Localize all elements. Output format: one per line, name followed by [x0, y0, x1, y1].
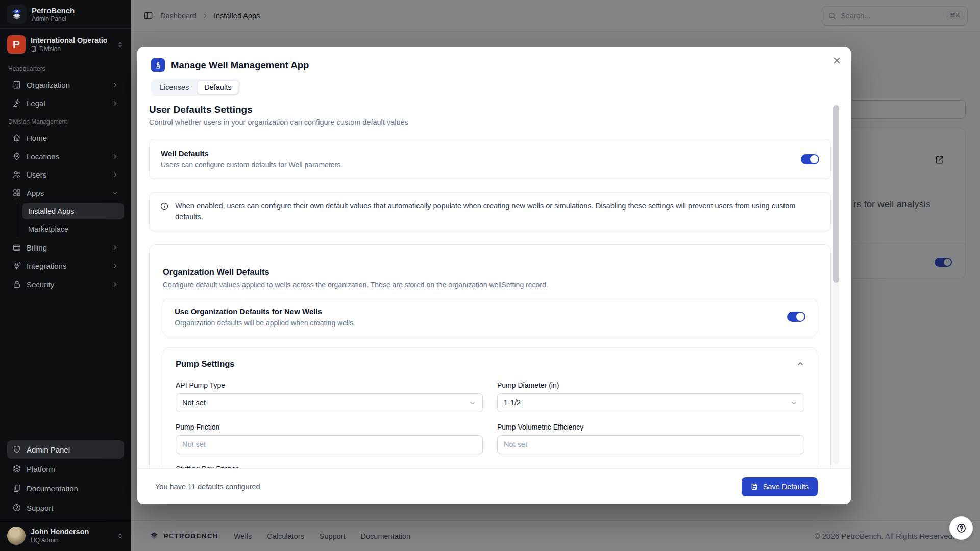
grid-icon [12, 188, 21, 197]
sidebar-item-documentation[interactable]: Documentation [7, 479, 124, 497]
building-icon [12, 80, 21, 89]
sidebar-item-admin-panel[interactable]: Admin Panel [7, 440, 124, 459]
pump-volumetric-efficiency-input[interactable] [497, 435, 804, 454]
chevron-right-icon [111, 81, 119, 89]
chevron-right-icon [111, 244, 119, 252]
sidebar-item-home[interactable]: Home [7, 129, 124, 147]
org-name: International Operatio [31, 36, 107, 44]
sidebar-item-label: Security [27, 280, 54, 289]
chevron-right-icon [111, 171, 119, 179]
wallet-icon [12, 243, 21, 252]
app-name: PetroBench [32, 6, 75, 15]
sidebar-item-label: Documentation [27, 484, 78, 493]
sidebar-item-marketplace[interactable]: Marketplace [22, 221, 124, 237]
pump-settings-grid: API Pump Type Not set Pump Diameter (in)… [174, 381, 806, 469]
close-icon[interactable] [832, 56, 841, 65]
chevron-down-icon [469, 399, 476, 407]
well-defaults-card: Well Defaults Users can configure custom… [149, 139, 831, 179]
org-switcher[interactable]: P International Operatio Division [0, 29, 131, 58]
sidebar-item-label: Legal [27, 99, 45, 108]
dialog-title: Manage Well Management App [171, 60, 309, 71]
tab-licenses[interactable]: Licenses [153, 80, 196, 94]
info-note: When enabled, users can configure their … [149, 192, 831, 231]
home-icon [12, 133, 21, 142]
gavel-icon [12, 98, 21, 108]
sidebar-item-label: Support [27, 504, 54, 512]
sidebar-item-label: Locations [27, 152, 59, 161]
lock-icon [12, 280, 21, 289]
sidebar-item-label: Billing [27, 243, 47, 252]
map-pin-icon [12, 152, 21, 161]
sidebar-item-label: Admin Panel [27, 445, 70, 454]
pages-icon [12, 484, 21, 493]
sidebar-item-label: Users [27, 170, 46, 179]
layers-icon [12, 464, 21, 473]
pump-friction-input[interactable] [176, 435, 483, 454]
sidebar-item-users[interactable]: Users [7, 165, 124, 184]
sidebar-item-installed-apps[interactable]: Installed Apps [22, 203, 124, 219]
tab-defaults[interactable]: Defaults [197, 80, 238, 94]
sidebar-item-integrations[interactable]: Integrations [7, 257, 124, 275]
app-subtitle: Admin Panel [32, 15, 75, 22]
field-pump-volumetric-efficiency: Pump Volumetric Efficiency [497, 423, 804, 454]
use-org-defaults-title: Use Organization Defaults for New Wells [175, 307, 353, 316]
manage-app-dialog: Manage Well Management App Licenses Defa… [137, 47, 851, 504]
sidebar-item-security[interactable]: Security [7, 275, 124, 293]
use-org-defaults-toggle[interactable] [787, 312, 805, 322]
organization-defaults-card: Organization Well Defaults Configure def… [149, 244, 831, 469]
chevron-right-icon [111, 153, 119, 160]
scrollbar-thumb[interactable] [833, 105, 839, 283]
dialog-scrollbar [833, 104, 839, 464]
user-name: John Henderson [31, 528, 89, 536]
dialog-body: User Defaults Settings Control whether u… [149, 100, 831, 468]
field-label: Pump Volumetric Efficiency [497, 423, 804, 431]
info-note-text: When enabled, users can configure their … [175, 201, 818, 223]
field-label: API Pump Type [176, 381, 483, 389]
org-defaults-heading: Organization Well Defaults [163, 267, 817, 277]
sidebar-item-platform[interactable]: Platform [7, 460, 124, 478]
help-circle-icon [12, 503, 21, 512]
info-icon [160, 202, 169, 211]
save-defaults-button[interactable]: Save Defaults [742, 477, 818, 496]
sidebar-item-locations[interactable]: Locations [7, 147, 124, 165]
chevrons-up-down-icon [116, 532, 124, 540]
svg-text:P: P [15, 9, 18, 14]
well-defaults-toggle[interactable] [801, 154, 819, 164]
save-icon [750, 483, 758, 491]
sidebar-item-billing[interactable]: Billing [7, 238, 124, 257]
sidebar-item-apps[interactable]: Apps [7, 184, 124, 202]
pump-settings-card: Pump Settings API Pump Type Not set Pump… [163, 347, 817, 469]
field-label: Pump Diameter (in) [497, 381, 804, 389]
user-menu[interactable]: John Henderson HQ Admin [0, 520, 131, 551]
sidebar-bottom-group: Admin Panel Platform Documentation Suppo… [7, 440, 124, 517]
chevrons-up-down-icon [116, 41, 124, 48]
nav-section-label: Division Management [8, 118, 123, 126]
sidebar-item-label: Platform [27, 465, 55, 473]
sidebar-item-support[interactable]: Support [7, 498, 124, 517]
sidebar-subitem-label: Marketplace [28, 225, 68, 233]
org-type: Division [39, 45, 61, 53]
chevron-right-icon [111, 262, 119, 270]
sidebar-item-label: Home [27, 134, 47, 142]
nav-section-label: Headquarters [8, 65, 123, 72]
chevron-up-icon[interactable] [796, 360, 804, 368]
api-pump-type-select[interactable]: Not set [176, 393, 483, 412]
petrobench-logo: P [7, 5, 27, 24]
shield-icon [12, 445, 21, 454]
help-button[interactable] [949, 516, 973, 540]
sidebar-item-label: Integrations [27, 262, 66, 270]
select-value: Not set [182, 398, 206, 407]
field-pump-friction: Pump Friction [176, 423, 483, 454]
use-org-defaults-card: Use Organization Defaults for New Wells … [163, 298, 817, 336]
building-small-icon [31, 46, 37, 52]
field-api-pump-type: API Pump Type Not set [176, 381, 483, 412]
plug-icon [12, 261, 21, 270]
sidebar-header: P PetroBench Admin Panel [0, 0, 131, 29]
sidebar-item-legal[interactable]: Legal [7, 94, 124, 112]
pump-diameter-select[interactable]: 1-1/2 [497, 393, 804, 412]
sidebar-item-organization[interactable]: Organization [7, 76, 124, 94]
field-stuffing-box-friction: Stuffing Box Friction [176, 465, 483, 469]
select-value: 1-1/2 [504, 398, 521, 407]
dialog-header: Manage Well Management App [151, 58, 309, 72]
user-defaults-subheading: Control whether users in your organizati… [149, 118, 831, 127]
